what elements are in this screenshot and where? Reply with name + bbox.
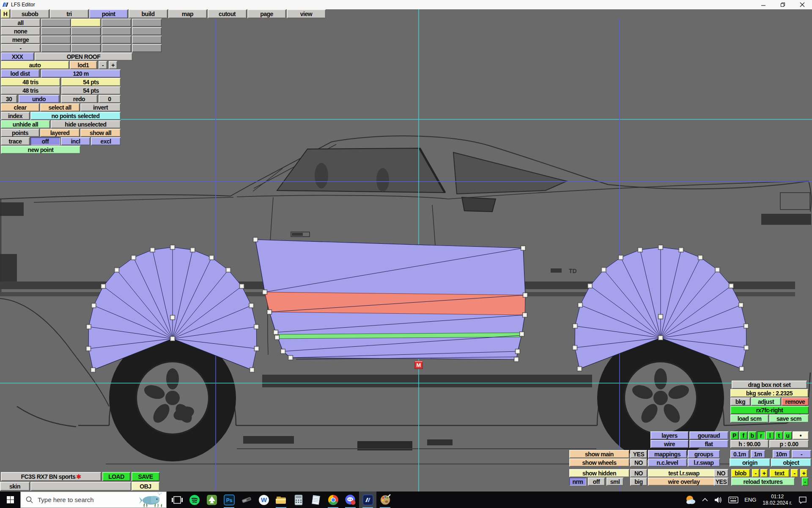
taskbar-search[interactable] — [20, 491, 167, 508]
search-input[interactable] — [37, 496, 136, 504]
open-roof-button[interactable]: OPEN ROOF — [35, 52, 132, 61]
all-button[interactable]: all — [1, 19, 40, 27]
show-hidden-button[interactable]: show hidden — [569, 469, 629, 477]
mappings-button[interactable]: mappings — [648, 450, 687, 458]
notification-icon[interactable] — [796, 491, 812, 508]
minus-button[interactable]: - — [792, 450, 811, 458]
mesh-vertex-handle[interactable] — [170, 245, 175, 250]
show-wheels-button[interactable]: show wheels — [569, 458, 629, 467]
48-tris-button[interactable]: 48 tris — [1, 86, 60, 94]
mesh-vertex-handle[interactable] — [577, 367, 582, 371]
subob-button[interactable]: subob — [11, 9, 49, 18]
chevron-up-icon[interactable] — [699, 491, 711, 508]
48-tris-button[interactable]: 48 tris — [1, 78, 60, 86]
wire-button[interactable]: wire — [650, 440, 689, 448]
grid-cell[interactable] — [102, 36, 131, 44]
trace-button[interactable]: trace — [1, 137, 30, 145]
blob-button[interactable]: blob — [731, 469, 750, 477]
mesh-vertex-handle[interactable] — [226, 268, 230, 272]
u-button[interactable]: u — [784, 431, 792, 439]
no-button[interactable]: NO — [714, 469, 728, 477]
minus-button[interactable]: - — [802, 478, 808, 486]
minimize-button[interactable] — [754, 0, 773, 9]
grid-cell[interactable] — [132, 44, 162, 52]
off-button[interactable]: off — [588, 478, 605, 486]
dot-button[interactable]: • — [793, 431, 809, 439]
b-button[interactable]: b — [748, 431, 756, 439]
mesh-vertex-handle[interactable] — [578, 303, 582, 307]
mesh-vertex-handle[interactable] — [658, 245, 663, 250]
mesh-vertex-handle[interactable] — [679, 248, 683, 252]
1m-button[interactable]: 1m — [751, 450, 765, 458]
view-button[interactable]: view — [287, 9, 326, 18]
gouraud-button[interactable]: gouraud — [689, 431, 728, 439]
taskbar-icon-inkscape[interactable] — [203, 491, 220, 508]
mesh-vertex-handle[interactable] — [150, 248, 155, 252]
keyboard-icon[interactable] — [725, 491, 741, 508]
unhide-all-button[interactable]: unhide all — [1, 120, 50, 128]
language-indicator[interactable]: ENG — [741, 491, 759, 508]
new-point-button[interactable]: new point — [1, 146, 80, 154]
taskbar-icon-chrome[interactable] — [324, 491, 342, 508]
mesh-vertex-handle[interactable] — [170, 337, 175, 341]
mesh-vertex-handle[interactable] — [573, 324, 577, 329]
mesh-vertex-handle[interactable] — [190, 248, 195, 252]
tri-button[interactable]: tri — [50, 9, 88, 18]
r-button[interactable]: r — [757, 431, 765, 439]
save-scm-button[interactable]: save scm — [769, 414, 809, 422]
grid-cell[interactable] — [41, 44, 71, 52]
mesh-vertex-handle[interactable] — [86, 346, 91, 351]
grid-cell[interactable] — [71, 19, 101, 27]
lod1-button[interactable]: lod1 — [70, 61, 97, 69]
taskbar-icon-discord[interactable] — [342, 491, 359, 508]
n-c-level-button[interactable]: n.c.level — [648, 458, 687, 467]
0-1m-button[interactable]: 0.1m — [730, 450, 749, 458]
mesh-vertex-handle[interactable] — [239, 284, 244, 289]
door-panel-mesh[interactable] — [255, 240, 525, 359]
grid-cell[interactable] — [41, 36, 71, 44]
mesh-vertex-handle[interactable] — [131, 255, 136, 260]
mesh-vertex-handle[interactable] — [263, 290, 267, 295]
mesh-vertex-handle[interactable] — [275, 335, 280, 340]
mesh-vertex-handle[interactable] — [254, 346, 259, 351]
mesh-vertex-handle[interactable] — [91, 367, 96, 372]
object-button[interactable]: object — [771, 458, 811, 467]
taskbar-icon-photoshop[interactable]: Ps — [220, 491, 238, 508]
taskbar-icon-paint[interactable] — [376, 491, 394, 508]
big-button[interactable]: big — [630, 478, 647, 486]
mesh-vertex-handle[interactable] — [250, 367, 254, 372]
mesh-vertex-handle[interactable] — [739, 367, 744, 371]
select-all-button[interactable]: select all — [40, 103, 80, 111]
origin-button[interactable]: origin — [730, 458, 770, 467]
grid-cell[interactable] — [132, 36, 162, 44]
54-pts-button[interactable]: 54 pts — [61, 78, 121, 86]
mesh-vertex-handle[interactable] — [587, 284, 592, 288]
taskbar-icon-word-w[interactable]: W — [255, 491, 272, 508]
30-button[interactable]: 30 — [1, 95, 17, 103]
taskbar-icon-notepad[interactable] — [307, 491, 324, 508]
mesh-vertex-handle[interactable] — [739, 303, 743, 307]
mesh-vertex-handle[interactable] — [520, 332, 524, 337]
grid-cell[interactable] — [41, 27, 71, 35]
point-button[interactable]: point — [89, 9, 128, 18]
test-l-r-swap-button[interactable]: test l.r.swap — [648, 469, 720, 477]
10m-button[interactable]: 10m — [773, 450, 790, 458]
xxx-button[interactable]: XXX — [1, 52, 34, 61]
mesh-vertex-handle[interactable] — [249, 303, 254, 308]
p-button[interactable]: P — [730, 431, 738, 439]
reload-textures-button[interactable]: reload textures — [731, 478, 795, 486]
wire-overlay-button[interactable]: wire overlay — [648, 478, 720, 486]
mesh-vertex-handle[interactable] — [658, 315, 663, 319]
build-button[interactable]: build — [129, 9, 167, 18]
l-button[interactable]: l — [766, 431, 774, 439]
mesh-vertex-handle[interactable] — [91, 303, 96, 308]
mesh-vertex-handle[interactable] — [281, 349, 285, 354]
mesh-vertex-handle[interactable] — [209, 255, 214, 260]
merge-button[interactable]: merge — [1, 36, 40, 44]
grid-cell[interactable] — [41, 19, 71, 27]
minus-button[interactable]: - — [1, 44, 40, 52]
clear-button[interactable]: clear — [1, 103, 39, 111]
grid-cell[interactable] — [71, 44, 101, 52]
drag-box-not-set-button[interactable]: drag box not set — [732, 381, 807, 389]
taskbar-icon-lfs[interactable] — [359, 491, 376, 508]
